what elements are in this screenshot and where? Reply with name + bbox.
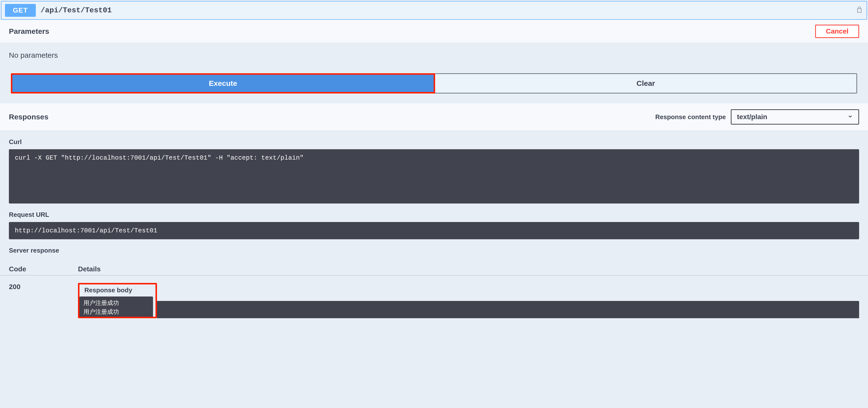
code-column-header: Code xyxy=(9,265,78,273)
response-body-block-extend xyxy=(157,301,859,318)
status-code: 200 xyxy=(9,283,78,291)
response-body-highlight: Response body 用户注册成功 用户注册成功 xyxy=(78,283,157,318)
http-method-badge: GET xyxy=(5,4,36,17)
request-url-label: Request URL xyxy=(9,211,859,219)
lock-icon[interactable] xyxy=(856,6,863,15)
request-url-value: http://localhost:7001/api/Test/Test01 xyxy=(9,222,859,239)
parameters-title: Parameters xyxy=(9,27,49,35)
server-response-section: Server response xyxy=(0,239,868,254)
response-body-label: Response body xyxy=(80,284,153,296)
server-response-label: Server response xyxy=(9,247,859,254)
execute-button[interactable]: Execute xyxy=(11,73,435,93)
response-row: 200 Response body 用户注册成功 用户注册成功 xyxy=(0,276,868,318)
request-url-section: Request URL http://localhost:7001/api/Te… xyxy=(0,203,868,239)
chevron-down-icon xyxy=(847,113,853,121)
responses-bar: Responses Response content type text/pla… xyxy=(0,103,868,131)
details-column-header: Details xyxy=(78,265,859,273)
endpoint-path: /api/Test/Test01 xyxy=(41,6,851,14)
curl-label: Curl xyxy=(9,138,859,146)
response-body-content: 用户注册成功 用户注册成功 xyxy=(80,296,153,317)
no-parameters-text: No parameters xyxy=(0,43,868,73)
clear-button[interactable]: Clear xyxy=(435,73,857,93)
content-type-group: Response content type text/plain xyxy=(655,109,859,125)
curl-section: Curl curl -X GET "http://localhost:7001/… xyxy=(0,131,868,203)
response-details: Response body 用户注册成功 用户注册成功 xyxy=(78,283,859,318)
content-type-value: text/plain xyxy=(737,113,767,121)
parameters-bar: Parameters Cancel xyxy=(0,20,868,43)
content-type-select[interactable]: text/plain xyxy=(731,109,859,125)
responses-title: Responses xyxy=(9,113,49,121)
action-row: Execute Clear xyxy=(0,73,868,103)
cancel-button[interactable]: Cancel xyxy=(815,25,859,38)
response-table-head: Code Details xyxy=(0,258,868,276)
operation-header[interactable]: GET /api/Test/Test01 xyxy=(1,1,867,20)
curl-command: curl -X GET "http://localhost:7001/api/T… xyxy=(9,149,859,203)
content-type-label: Response content type xyxy=(655,113,726,121)
